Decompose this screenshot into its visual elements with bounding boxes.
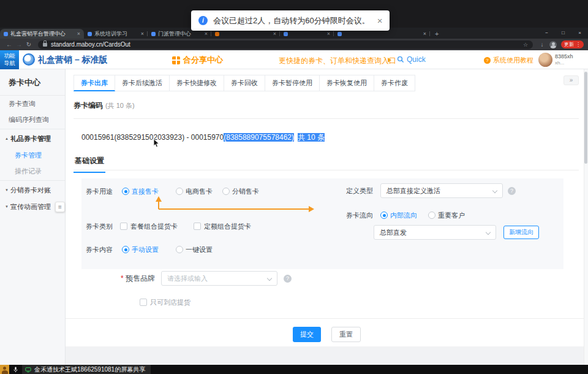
radio-key-customer[interactable]: 重要客户 (428, 211, 465, 220)
mouse-cursor (153, 139, 160, 148)
card-usage-label: 券卡用途 (86, 187, 113, 196)
triangle-down-icon: ▼ (5, 182, 9, 199)
reset-button[interactable]: 重置 (331, 327, 361, 342)
radio-distribution-sale[interactable]: 分销售卡 (222, 187, 259, 196)
definition-type-value: 总部直接定义激活 (386, 186, 440, 196)
expand-panel-button[interactable]: » (564, 75, 579, 85)
tab-favicon (151, 32, 156, 36)
tutorial-label: 系统使用教程 (493, 56, 533, 65)
tab-card-quick-edit[interactable]: 券卡快捷修改 (170, 75, 224, 91)
radio-direct-sale[interactable]: 直接售卡 (122, 187, 159, 196)
window-controls: − □ × (538, 28, 588, 39)
tab-card-void[interactable]: 券卡作废 (374, 75, 415, 91)
flow-channel-dropdown[interactable]: 总部直发 (374, 225, 496, 240)
submit-button[interactable]: 提交 (293, 327, 321, 342)
tab-label: 系统培训学习 (94, 30, 138, 38)
card-code-count-selected: 共 10 条 (298, 133, 325, 142)
window-close-button[interactable]: × (571, 28, 588, 39)
browser-tab-2[interactable]: 系统培训学习 × (84, 29, 148, 39)
card-flow-row: 券卡流向 内部流向 重要客户 (346, 210, 465, 220)
card-category-label: 券卡类别 (86, 222, 113, 231)
sidebar-group-gift-card[interactable]: ▲ 礼品券卡管理 (0, 131, 65, 147)
form-actions: 提交 重置 (66, 327, 588, 342)
window-minimize-button[interactable]: − (538, 28, 555, 39)
window-maximize-button[interactable]: □ (555, 28, 571, 39)
microphone-icon[interactable] (13, 366, 18, 373)
main-content: 券卡出库 券卡后续激活 券卡快捷修改 券卡回收 券卡暂停使用 券卡恢复使用 券卡… (66, 69, 588, 365)
radio-icon (176, 188, 183, 195)
reload-icon[interactable]: ↻ (24, 41, 34, 48)
checkbox-combo-pickup-card[interactable]: 套餐组合提货卡 (120, 222, 178, 231)
scrollbar[interactable] (584, 69, 588, 365)
radio-icon (428, 212, 435, 219)
tab-favicon (337, 32, 342, 36)
forward-icon[interactable]: → (14, 41, 24, 48)
radio-ecommerce-sale[interactable]: 电商售卡 (176, 187, 213, 196)
scrollbar-thumb[interactable] (584, 72, 587, 164)
toast-close-icon[interactable]: × (377, 16, 383, 25)
tab-card-recycle[interactable]: 券卡回收 (224, 75, 265, 91)
card-category-row: 券卡类别 套餐组合提货卡 定额组合提货卡 (86, 221, 251, 231)
definition-type-dropdown[interactable]: 总部直接定义激活 (380, 183, 503, 198)
download-icon[interactable]: ↓ (537, 41, 547, 48)
tab-close-icon[interactable]: × (327, 31, 330, 37)
card-code-range: 00015961(8385291502033923) - 00015970(83… (81, 132, 325, 143)
tutorial-icon: ? (484, 57, 491, 64)
function-nav-badge[interactable]: 功能 导航 (0, 50, 19, 69)
sidebar-item-code-seq-query[interactable]: 编码序列查询 (0, 112, 65, 128)
radio-manual-setting[interactable]: 手动设置 (122, 245, 159, 254)
share-center-link[interactable]: 合分享中心 (172, 55, 223, 66)
sidebar-collapse-toggle[interactable]: ≡ (55, 202, 65, 212)
checkbox-store-only[interactable]: 只可到店提货 (140, 298, 190, 307)
bookmark-star-icon[interactable]: ☆ (523, 42, 528, 48)
sidebar-group-label: 宣传动画管理 (10, 199, 51, 215)
tab-card-resume[interactable]: 券卡恢复使用 (320, 75, 374, 91)
tab-card-outbound[interactable]: 券卡出库 (74, 75, 115, 91)
help-icon[interactable]: ? (284, 275, 292, 283)
radio-label: 内部流向 (390, 211, 417, 220)
radio-icon (122, 246, 129, 253)
add-flow-button[interactable]: 新增流向 (503, 226, 539, 239)
url-bar[interactable]: standard.maboy.cn/CardsOut ☆ (38, 40, 533, 49)
definition-type-row: 定义类型 总部直接定义激活 ? (346, 183, 516, 198)
card-code-section-header: 券卡编码(共 10 条) (74, 101, 135, 111)
menu-kebab-icon[interactable]: ⋮ (576, 42, 581, 47)
tab-close-icon[interactable]: × (205, 31, 208, 37)
browser-tab-1[interactable]: 礼盒营销平台管理中心 × (0, 29, 84, 39)
page-background (66, 346, 584, 365)
update-button[interactable]: 更新 ⋮ (561, 40, 584, 48)
tab-close-icon[interactable]: × (273, 31, 276, 37)
toast-message: 会议已超过2人，自动转为60分钟限时会议。 (213, 15, 370, 26)
checkbox-fixed-combo-pickup-card[interactable]: 定额组合提货卡 (194, 222, 251, 231)
radio-internal-flow[interactable]: 内部流向 (380, 211, 417, 220)
back-icon[interactable]: ← (4, 41, 14, 48)
screen-share-icon (25, 367, 31, 373)
presale-brand-dropdown[interactable]: 请选择或输入 (161, 271, 277, 286)
tab-close-icon[interactable]: × (423, 31, 426, 37)
sidebar-item-card-query[interactable]: 券卡查询 (0, 96, 65, 112)
user-avatar[interactable] (538, 53, 552, 67)
sidebar-item-card-mgmt[interactable]: 券卡管理 (0, 147, 65, 163)
tutorial-link[interactable]: ? 系统使用教程 (484, 56, 533, 65)
tab-card-activate[interactable]: 券卡后续激活 (115, 75, 170, 91)
tab-card-suspend[interactable]: 券卡暂停使用 (265, 75, 320, 91)
username-sub: xh... (555, 60, 573, 66)
help-icon[interactable]: ? (508, 187, 516, 195)
profile-icon[interactable] (549, 41, 557, 48)
tab-close-icon[interactable]: × (77, 31, 80, 37)
new-tab-button[interactable]: + (435, 29, 439, 39)
card-content-row: 券卡内容 手动设置 一键设置 (86, 245, 213, 254)
tab-close-icon[interactable]: × (141, 31, 144, 37)
promo-text: 更快捷的券卡、订单和快递查询入口 (279, 56, 396, 66)
checkbox-icon (140, 299, 147, 306)
sidebar-title: 券卡中心 (0, 69, 65, 96)
meeting-user-avatar (0, 365, 9, 374)
sidebar-item-op-record[interactable]: 操作记录 (0, 163, 65, 179)
radio-label: 一键设置 (186, 245, 213, 254)
gift-icon (172, 56, 180, 64)
radio-one-key-setting[interactable]: 一键设置 (176, 245, 213, 254)
browser-address-bar: ← → ↻ standard.maboy.cn/CardsOut ☆ ↓ 更新 … (0, 39, 588, 50)
sidebar-group-label: 礼品券卡管理 (10, 131, 51, 147)
quick-search[interactable]: Quick (397, 55, 426, 64)
sidebar-group-dist-recon[interactable]: ▼ 分销券卡对账 (0, 182, 65, 199)
